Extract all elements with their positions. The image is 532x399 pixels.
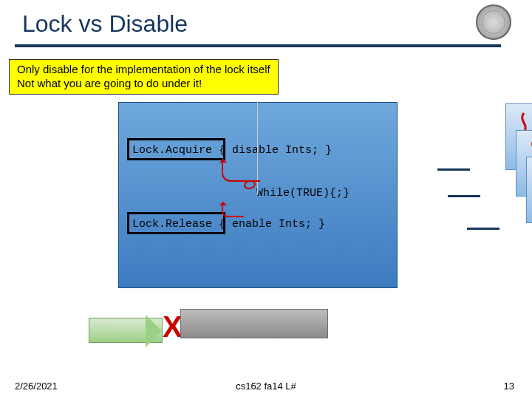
slide-title: Lock vs Disable: [22, 10, 188, 38]
highlight-box-acquire: [127, 138, 225, 160]
red-arrow-icon: [222, 160, 260, 182]
code-loop: While(TRUE){;}: [256, 187, 349, 200]
red-arrow-icon: [222, 202, 244, 217]
slide: Lock vs Disable Only disable for the imp…: [0, 0, 532, 399]
callout-line1: Only disable for the implementation of t…: [17, 63, 270, 77]
footer-page: 13: [504, 381, 514, 392]
callout-line2: Not what you are going to do under it!: [17, 77, 270, 91]
university-seal-icon: [476, 4, 511, 40]
footer-date: 2/26/2021: [15, 381, 58, 392]
code-panel: Lock.Acquire { disable Ints; } While(TRU…: [118, 102, 398, 288]
highlight-box-release: [127, 212, 225, 234]
thread-card: [526, 157, 532, 223]
baseline-bar: [448, 195, 480, 197]
green-arrow-icon: [89, 318, 163, 343]
callout-box: Only disable for the implementation of t…: [9, 59, 279, 95]
baseline-bar: [437, 168, 470, 171]
baseline-bar: [467, 228, 499, 230]
red-x-icon: X: [163, 310, 183, 344]
footer-center: cs162 fa14 L#: [236, 381, 296, 392]
title-underline: [15, 44, 501, 47]
gray-box: [180, 309, 328, 338]
